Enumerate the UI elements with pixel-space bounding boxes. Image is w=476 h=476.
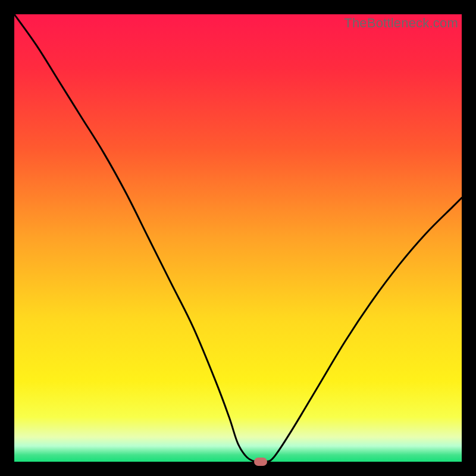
minimum-marker (254, 458, 267, 466)
curve-layer (14, 14, 462, 462)
plot-area: TheBottleneck.com (14, 14, 462, 462)
chart-frame: TheBottleneck.com (0, 0, 476, 476)
bottleneck-curve (14, 14, 462, 462)
watermark-text: TheBottleneck.com (344, 15, 458, 31)
